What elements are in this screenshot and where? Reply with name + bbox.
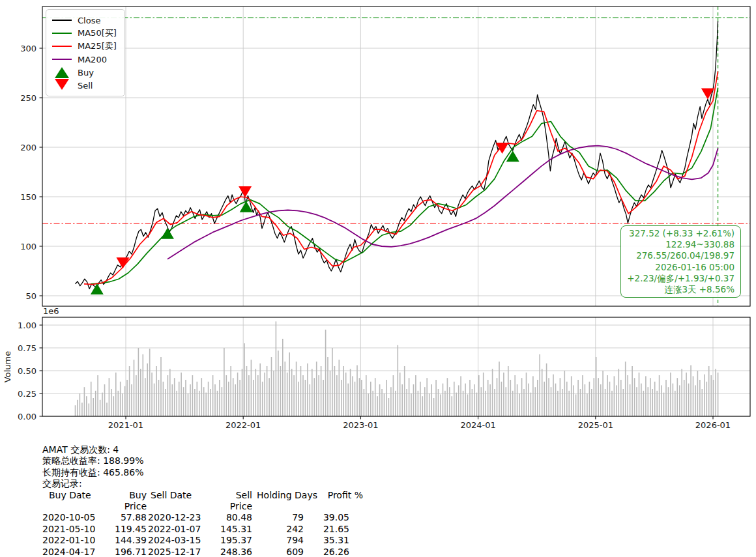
col-sell-price: Sell Price bbox=[214, 490, 252, 513]
table-cell: 242 bbox=[252, 524, 317, 535]
volume-axis-title: Volume bbox=[3, 351, 12, 382]
stats-block: AMAT 交易次数: 4 策略总收益率: 188.99% 长期持有收益: 465… bbox=[42, 444, 363, 557]
table-cell: 57.88 bbox=[105, 512, 147, 523]
legend-label: Sell bbox=[78, 81, 93, 91]
info-range: 122.94~330.88 bbox=[627, 239, 734, 250]
legend-item-close: Close bbox=[52, 14, 117, 27]
table-cell: 39.05 bbox=[317, 512, 363, 523]
legend-line-swatch bbox=[52, 46, 72, 47]
legend-label: Close bbox=[78, 16, 100, 25]
strategy-return-line: 策略总收益率: 188.99% bbox=[42, 455, 363, 466]
table-cell: 2020-12-23 bbox=[147, 512, 214, 523]
sell-triangle-icon bbox=[55, 79, 69, 90]
table-cell: 144.39 bbox=[105, 535, 147, 546]
table-cell: 794 bbox=[252, 535, 317, 546]
trade-table-body: 2020-10-0557.882020-12-2380.487939.05202… bbox=[42, 512, 363, 557]
trade-table-header: Buy Date Buy Price Sell Date Sell Price … bbox=[42, 490, 363, 513]
col-holding-days: Holding Days bbox=[252, 490, 317, 513]
y-tick-label: 200 bbox=[20, 143, 36, 152]
col-buy-date: Buy Date bbox=[42, 490, 105, 513]
volume-tick-label: 0.00 bbox=[18, 412, 36, 421]
chart-legend: CloseMA50[买]MA25[卖]MA200BuySell bbox=[46, 9, 125, 96]
buy-triangle-icon bbox=[55, 67, 69, 78]
table-row: 2022-01-10144.392024-03-15195.3779435.31 bbox=[42, 535, 363, 546]
info-streak: 连涨3天 +8.56% bbox=[627, 284, 734, 295]
table-row: 2020-10-0557.882020-12-2380.487939.05 bbox=[42, 512, 363, 523]
legend-line-swatch bbox=[52, 33, 72, 34]
legend-line-swatch bbox=[52, 20, 72, 21]
volume-tick-label: 1.00 bbox=[18, 321, 36, 330]
legend-item-ma50: MA50[买] bbox=[52, 27, 117, 40]
y-tick-label: 250 bbox=[20, 93, 36, 103]
table-row: 2021-05-10119.452022-01-07145.3124221.65 bbox=[42, 524, 363, 535]
table-cell: 248.36 bbox=[214, 547, 252, 557]
table-cell: 2020-10-05 bbox=[42, 512, 105, 523]
table-cell: 196.71 bbox=[105, 547, 147, 557]
buy-marker bbox=[506, 150, 519, 162]
legend-label: MA200 bbox=[78, 55, 107, 64]
legend-item-sell: Sell bbox=[52, 79, 117, 92]
table-cell: 2025-12-17 bbox=[147, 547, 214, 557]
trade-log-title: 交易记录: bbox=[42, 478, 363, 489]
signal-info-box: 327.52 (+8.33 +2.61%) 122.94~330.88 276.… bbox=[620, 225, 741, 298]
y-tick-label: 50 bbox=[25, 291, 36, 301]
table-cell: 2022-01-10 bbox=[42, 535, 105, 546]
table-cell: 2024-03-15 bbox=[147, 535, 214, 546]
table-cell: 145.31 bbox=[214, 524, 252, 535]
legend-line-swatch bbox=[52, 59, 72, 60]
col-sell-date: Sell Date bbox=[147, 490, 214, 513]
table-cell: 2021-05-10 bbox=[42, 524, 105, 535]
x-tick-label: 2026-01 bbox=[695, 420, 731, 430]
table-cell: 2022-01-07 bbox=[147, 524, 214, 535]
stock-analysis-page: 501001502002503000.000.250.500.751.00202… bbox=[0, 0, 756, 557]
trade-count-line: AMAT 交易次数: 4 bbox=[42, 444, 363, 455]
volume-bars bbox=[75, 321, 719, 416]
volume-multiplier-label: 1e6 bbox=[43, 306, 59, 316]
volume-tick-label: 0.75 bbox=[18, 343, 36, 353]
gridlines bbox=[42, 7, 750, 416]
table-cell: 26.26 bbox=[317, 547, 363, 557]
table-cell: 21.65 bbox=[317, 524, 363, 535]
legend-item-ma200: MA200 bbox=[52, 53, 117, 66]
volume-tick-label: 0.50 bbox=[18, 366, 36, 376]
legend-label: Buy bbox=[78, 68, 94, 78]
buy-marker bbox=[161, 228, 174, 239]
y-tick-label: 300 bbox=[20, 44, 36, 53]
hold-return-line: 长期持有收益: 465.86% bbox=[42, 467, 363, 478]
x-tick-label: 2022-01 bbox=[225, 420, 261, 430]
y-tick-label: 100 bbox=[20, 242, 36, 251]
legend-item-buy: Buy bbox=[52, 66, 117, 79]
table-cell: 119.45 bbox=[105, 524, 147, 535]
legend-item-ma25: MA25[卖] bbox=[52, 40, 117, 53]
col-buy-price: Buy Price bbox=[105, 490, 147, 513]
table-cell: 80.48 bbox=[214, 512, 252, 523]
x-tick-label: 2021-01 bbox=[108, 420, 143, 430]
table-cell: 609 bbox=[252, 547, 317, 557]
x-tick-label: 2023-01 bbox=[343, 420, 378, 430]
x-tick-label: 2024-01 bbox=[460, 420, 495, 430]
info-ma-values: 276.55/260.04/198.97 bbox=[627, 250, 734, 261]
info-last-price: 327.52 (+8.33 +2.61%) bbox=[627, 228, 734, 239]
info-datetime: 2026-01-16 05:00 bbox=[627, 262, 734, 273]
legend-label: MA25[卖] bbox=[78, 40, 117, 52]
info-momentum: +2.23/偏多/+1.93/+0.37 bbox=[627, 273, 734, 284]
sell-marker bbox=[116, 257, 129, 268]
y-tick-label: 150 bbox=[20, 192, 36, 202]
table-cell: 79 bbox=[252, 512, 317, 523]
table-cell: 35.31 bbox=[317, 535, 363, 546]
table-cell: 2024-04-17 bbox=[42, 547, 105, 557]
table-cell: 195.37 bbox=[214, 535, 252, 546]
x-tick-label: 2025-01 bbox=[578, 420, 613, 430]
legend-label: MA50[买] bbox=[78, 27, 117, 39]
table-row: 2024-04-17196.712025-12-17248.3660926.26 bbox=[42, 547, 363, 557]
volume-tick-label: 0.25 bbox=[18, 389, 36, 399]
col-profit: Profit % bbox=[317, 490, 363, 513]
